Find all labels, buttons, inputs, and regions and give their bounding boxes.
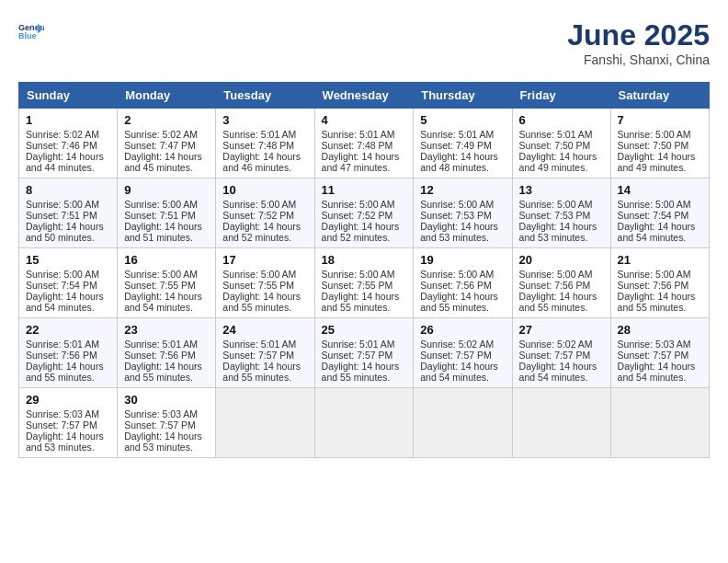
calendar-cell: 10 Sunrise: 5:00 AM Sunset: 7:52 PM Dayl… [216,178,314,248]
sunrise: Sunrise: 5:00 AM [26,269,99,280]
day-number: 26 [420,323,505,337]
sunset: Sunset: 7:50 PM [519,140,591,151]
daylight: Daylight: 14 hours and 49 minutes. [519,151,597,173]
calendar-cell: 9 Sunrise: 5:00 AM Sunset: 7:51 PM Dayli… [118,178,216,248]
calendar-cell: 17 Sunrise: 5:00 AM Sunset: 7:55 PM Dayl… [216,248,314,318]
calendar-cell: 4 Sunrise: 5:01 AM Sunset: 7:48 PM Dayli… [314,109,414,178]
sunset: Sunset: 7:56 PM [124,350,196,361]
sunset: Sunset: 7:54 PM [26,280,97,291]
daylight: Daylight: 14 hours and 55 minutes. [322,361,400,383]
title-block: June 2025 Fanshi, Shanxi, China [567,18,710,67]
calendar-cell [512,388,610,458]
day-number: 10 [222,183,307,197]
month-title: June 2025 [567,18,710,52]
sunset: Sunset: 7:52 PM [222,210,294,221]
sunset: Sunset: 7:46 PM [26,140,97,151]
sunset: Sunset: 7:57 PM [618,350,689,361]
sunrise: Sunrise: 5:01 AM [420,129,494,140]
calendar-cell: 30 Sunrise: 5:03 AM Sunset: 7:57 PM Dayl… [118,388,216,458]
sunrise: Sunrise: 5:03 AM [618,339,691,350]
daylight: Daylight: 14 hours and 53 minutes. [420,221,498,243]
sunrise: Sunrise: 5:00 AM [618,199,691,210]
calendar-cell: 26 Sunrise: 5:02 AM Sunset: 7:57 PM Dayl… [414,318,512,388]
calendar-cell: 8 Sunrise: 5:00 AM Sunset: 7:51 PM Dayli… [19,178,118,248]
daylight: Daylight: 14 hours and 44 minutes. [26,151,104,173]
sunrise: Sunrise: 5:02 AM [420,339,494,350]
sunrise: Sunrise: 5:00 AM [618,129,691,140]
sunset: Sunset: 7:57 PM [519,350,591,361]
sunrise: Sunrise: 5:00 AM [519,199,593,210]
calendar-cell: 29 Sunrise: 5:03 AM Sunset: 7:57 PM Dayl… [19,388,118,458]
sunset: Sunset: 7:52 PM [322,210,393,221]
calendar-header-sunday: Sunday [19,83,118,109]
sunset: Sunset: 7:55 PM [124,280,196,291]
daylight: Daylight: 14 hours and 52 minutes. [222,221,301,243]
day-number: 8 [26,183,110,197]
calendar-cell: 22 Sunrise: 5:01 AM Sunset: 7:56 PM Dayl… [19,318,118,388]
calendar-cell: 19 Sunrise: 5:00 AM Sunset: 7:56 PM Dayl… [414,248,512,318]
daylight: Daylight: 14 hours and 54 minutes. [124,291,202,313]
sunrise: Sunrise: 5:00 AM [222,199,296,210]
day-number: 23 [124,323,209,337]
daylight: Daylight: 14 hours and 55 minutes. [618,291,696,313]
day-number: 25 [322,323,407,337]
daylight: Daylight: 14 hours and 54 minutes. [519,361,597,383]
calendar-cell: 5 Sunrise: 5:01 AM Sunset: 7:49 PM Dayli… [414,109,512,178]
sunrise: Sunrise: 5:00 AM [420,199,494,210]
calendar-cell: 24 Sunrise: 5:01 AM Sunset: 7:57 PM Dayl… [216,318,314,388]
calendar-cell: 7 Sunrise: 5:00 AM Sunset: 7:50 PM Dayli… [610,109,709,178]
sunrise: Sunrise: 5:03 AM [26,408,99,419]
day-number: 28 [618,323,702,337]
day-number: 17 [222,253,307,267]
sunset: Sunset: 7:49 PM [420,140,492,151]
day-number: 13 [519,183,604,197]
calendar-cell: 14 Sunrise: 5:00 AM Sunset: 7:54 PM Dayl… [610,178,709,248]
calendar-cell [610,388,709,458]
sunset: Sunset: 7:57 PM [222,350,294,361]
sunset: Sunset: 7:55 PM [222,280,294,291]
day-number: 30 [124,393,209,407]
sunset: Sunset: 7:48 PM [322,140,393,151]
logo-icon: General Blue [18,18,44,44]
sunrise: Sunrise: 5:00 AM [322,269,395,280]
calendar-cell: 28 Sunrise: 5:03 AM Sunset: 7:57 PM Dayl… [610,318,709,388]
daylight: Daylight: 14 hours and 46 minutes. [222,151,301,173]
sunset: Sunset: 7:51 PM [124,210,196,221]
sunrise: Sunrise: 5:00 AM [222,269,296,280]
sunset: Sunset: 7:57 PM [322,350,393,361]
daylight: Daylight: 14 hours and 45 minutes. [124,151,202,173]
calendar-header-saturday: Saturday [610,83,709,109]
calendar-cell [414,388,512,458]
sunrise: Sunrise: 5:02 AM [124,129,198,140]
day-number: 22 [26,323,110,337]
calendar-table: SundayMondayTuesdayWednesdayThursdayFrid… [18,82,710,458]
location-subtitle: Fanshi, Shanxi, China [567,52,710,67]
calendar-header-monday: Monday [118,83,216,109]
calendar-header-friday: Friday [512,83,610,109]
day-number: 1 [26,113,110,127]
sunset: Sunset: 7:57 PM [124,419,196,431]
day-number: 5 [420,113,505,127]
daylight: Daylight: 14 hours and 53 minutes. [519,221,597,243]
day-number: 21 [618,253,702,267]
calendar-cell: 27 Sunrise: 5:02 AM Sunset: 7:57 PM Dayl… [512,318,610,388]
daylight: Daylight: 14 hours and 55 minutes. [124,361,202,383]
page-header: General Blue June 2025 Fanshi, Shanxi, C… [18,18,710,67]
sunrise: Sunrise: 5:02 AM [519,339,593,350]
calendar-cell: 12 Sunrise: 5:00 AM Sunset: 7:53 PM Dayl… [414,178,512,248]
day-number: 7 [618,113,702,127]
sunset: Sunset: 7:57 PM [420,350,492,361]
calendar-week-4: 22 Sunrise: 5:01 AM Sunset: 7:56 PM Dayl… [19,318,710,388]
sunrise: Sunrise: 5:01 AM [322,129,395,140]
sunrise: Sunrise: 5:00 AM [519,269,593,280]
daylight: Daylight: 14 hours and 55 minutes. [420,291,498,313]
day-number: 24 [222,323,307,337]
calendar-week-1: 1 Sunrise: 5:02 AM Sunset: 7:46 PM Dayli… [19,109,710,178]
sunrise: Sunrise: 5:01 AM [124,339,198,350]
sunset: Sunset: 7:56 PM [420,280,492,291]
sunrise: Sunrise: 5:00 AM [322,199,395,210]
day-number: 4 [322,113,407,127]
day-number: 6 [519,113,604,127]
sunrise: Sunrise: 5:00 AM [420,269,494,280]
calendar-cell: 16 Sunrise: 5:00 AM Sunset: 7:55 PM Dayl… [118,248,216,318]
